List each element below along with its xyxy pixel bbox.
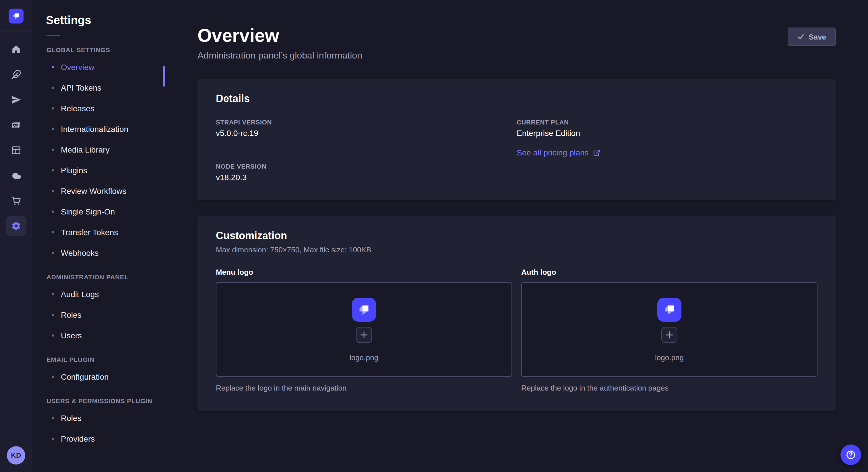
users-permissions-list: Roles Providers (32, 408, 165, 449)
bullet-icon (52, 417, 54, 419)
page-subtitle: Administration panel’s global informatio… (197, 50, 362, 61)
pricing-plans-link-label: See all pricing plans (517, 148, 589, 157)
sidebar-item-audit-logs[interactable]: Audit Logs (32, 284, 165, 305)
bullet-icon (52, 190, 54, 192)
strapi-version-label: STRAPI VERSION (216, 119, 517, 126)
global-settings-list: Overview API Tokens Releases Internation… (32, 57, 165, 263)
sidebar-item-label: Providers (61, 434, 95, 443)
logo-row: Menu logo logo.png (216, 268, 817, 392)
strapi-logo[interactable] (8, 8, 23, 23)
page-title: Overview (197, 26, 362, 45)
administration-panel-list: Audit Logs Roles Users (32, 284, 165, 346)
current-plan-field: CURRENT PLAN Enterprise Edition (517, 119, 817, 138)
sidebar-item-label: Review Workflows (61, 187, 126, 196)
question-mark-icon (844, 448, 857, 461)
auth-logo-column: Auth logo logo.png (521, 268, 817, 392)
sidebar-item-label: Plugins (61, 166, 87, 175)
add-menu-logo-button[interactable] (356, 327, 372, 343)
node-version-field: NODE VERSION v18.20.3 (216, 163, 517, 182)
bullet-icon (52, 293, 54, 295)
bullet-icon (52, 87, 54, 89)
section-heading-users-permissions-plugin: USERS & PERMISSIONS PLUGIN (46, 398, 165, 404)
menu-logo-column: Menu logo logo.png (216, 268, 512, 392)
main-nav-rail: KD (0, 0, 32, 472)
sidebar-title-rule (46, 35, 60, 36)
sidebar-item-admin-roles[interactable]: Roles (32, 305, 165, 325)
sidebar-item-label: API Tokens (61, 83, 101, 92)
rail-nav-icons (5, 32, 26, 241)
main-content: Overview Administration panel’s global i… (165, 0, 868, 472)
strapi-logo-preview (352, 297, 376, 322)
user-avatar[interactable]: KD (7, 446, 25, 465)
plus-icon (360, 331, 368, 339)
bullet-icon (52, 376, 54, 378)
bullet-icon (52, 128, 54, 130)
save-button[interactable]: Save (787, 28, 836, 46)
paper-plane-icon[interactable] (5, 90, 26, 110)
cart-icon[interactable] (5, 191, 26, 211)
strapi-logo-preview (657, 297, 681, 322)
sidebar-item-email-configuration[interactable]: Configuration (32, 367, 165, 387)
sidebar-item-internationalization[interactable]: Internationalization (32, 119, 165, 139)
strapi-version-value: v5.0.0-rc.19 (216, 129, 517, 138)
section-heading-administration-panel: ADMINISTRATION PANEL (46, 274, 165, 280)
details-heading: Details (216, 93, 817, 105)
bullet-icon (52, 334, 54, 337)
sidebar-item-label: Roles (61, 413, 82, 423)
menu-logo-label: Menu logo (216, 268, 512, 276)
media-library-icon[interactable] (5, 115, 26, 135)
node-version-label: NODE VERSION (216, 163, 517, 170)
layout-icon[interactable] (5, 140, 26, 161)
sidebar-item-label: Single Sign-On (61, 207, 115, 216)
save-button-label: Save (809, 32, 826, 41)
cloud-icon[interactable] (5, 165, 26, 186)
bullet-icon (52, 148, 54, 151)
sidebar-item-admin-users[interactable]: Users (32, 325, 165, 346)
strapi-logo-icon (10, 10, 22, 22)
sidebar-item-label: Audit Logs (61, 290, 99, 299)
add-auth-logo-button[interactable] (661, 327, 677, 343)
bullet-icon (52, 107, 54, 109)
auth-logo-input[interactable]: logo.png (521, 282, 817, 377)
details-grid: STRAPI VERSION v5.0.0-rc.19 NODE VERSION… (216, 119, 817, 182)
current-plan-label: CURRENT PLAN (517, 119, 817, 126)
feather-icon[interactable] (5, 64, 26, 85)
strapi-logo-icon (355, 300, 373, 318)
sidebar-item-api-tokens[interactable]: API Tokens (32, 77, 165, 98)
customization-card: Customization Max dimension: 750×750, Ma… (197, 216, 836, 411)
menu-logo-input[interactable]: logo.png (216, 282, 512, 377)
strapi-admin-app: KD Settings GLOBAL SETTINGS Overview API… (0, 0, 868, 472)
sidebar-item-overview[interactable]: Overview (32, 57, 165, 77)
strapi-version-field: STRAPI VERSION v5.0.0-rc.19 (216, 119, 517, 138)
sidebar-item-transfer-tokens[interactable]: Transfer Tokens (32, 222, 165, 243)
plus-icon (665, 331, 673, 339)
sidebar-item-up-roles[interactable]: Roles (32, 408, 165, 429)
sidebar-item-review-workflows[interactable]: Review Workflows (32, 181, 165, 201)
settings-gear-icon[interactable] (5, 216, 26, 236)
home-icon[interactable] (5, 39, 26, 60)
sidebar-item-label: Configuration (61, 372, 109, 381)
sidebar-item-label: Transfer Tokens (61, 228, 118, 237)
sidebar-item-webhooks[interactable]: Webhooks (32, 243, 165, 263)
active-item-indicator (163, 66, 165, 87)
bullet-icon (52, 210, 54, 213)
section-heading-email-plugin: EMAIL PLUGIN (46, 356, 165, 363)
sidebar-item-media-library[interactable]: Media Library (32, 139, 165, 160)
bullet-icon (52, 169, 54, 171)
current-plan-value: Enterprise Edition (517, 129, 817, 138)
email-plugin-list: Configuration (32, 367, 165, 387)
menu-logo-caption: Replace the logo in the main navigation (216, 384, 512, 392)
sidebar-item-plugins[interactable]: Plugins (32, 160, 165, 181)
auth-logo-label: Auth logo (521, 268, 817, 276)
node-version-value: v18.20.3 (216, 173, 517, 182)
external-link-icon (593, 149, 601, 156)
sidebar-item-single-sign-on[interactable]: Single Sign-On (32, 201, 165, 222)
brand-area (0, 0, 32, 32)
help-button[interactable] (840, 444, 861, 465)
sidebar-item-up-providers[interactable]: Providers (32, 429, 165, 449)
bullet-icon (52, 231, 54, 233)
sidebar-item-releases[interactable]: Releases (32, 98, 165, 119)
sidebar-item-label: Overview (61, 63, 94, 72)
page-header-text: Overview Administration panel’s global i… (197, 26, 362, 61)
pricing-plans-link[interactable]: See all pricing plans (517, 148, 601, 157)
